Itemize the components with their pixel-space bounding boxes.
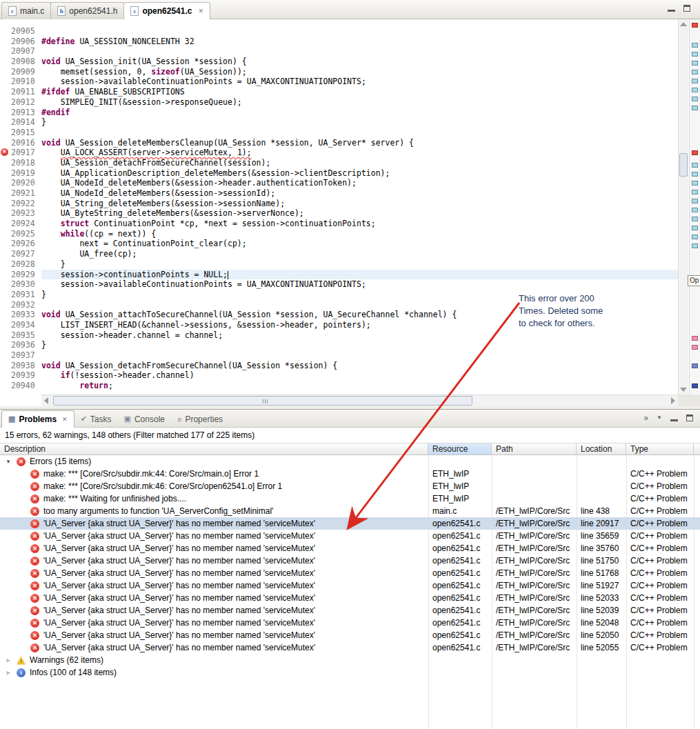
editor-vertical-scrollbar[interactable] — [678, 19, 688, 395]
problem-row[interactable]: ✕'UA_Server {aka struct UA_Server}' has … — [0, 530, 700, 542]
close-icon[interactable]: ✕ — [62, 416, 68, 423]
column-header-description[interactable]: Description — [0, 443, 428, 455]
code-line[interactable]: 20938void UA_Session_detachFromSecureCha… — [0, 361, 678, 371]
overview-ruler[interactable] — [689, 19, 700, 395]
code-line[interactable]: 20930 session->availableContinuationPoin… — [0, 279, 678, 290]
view-menu-icon[interactable]: ▼ — [657, 413, 662, 423]
overview-mark-icon[interactable] — [692, 163, 698, 168]
code-line[interactable]: 20922 UA_String_deleteMembers(&session->… — [0, 199, 678, 209]
code-line[interactable]: 20923 UA_ByteString_deleteMembers(&sessi… — [0, 208, 678, 219]
column-header-type[interactable]: Type — [626, 443, 694, 455]
overview-mark-icon[interactable] — [692, 190, 698, 194]
problems-group-row[interactable]: ▾✕Errors (15 items) — [0, 455, 700, 468]
minimize-icon[interactable] — [668, 5, 675, 12]
code-line[interactable]: 20927 UA_free(cp); — [0, 249, 678, 259]
code-line[interactable]: 20935 session->header.channel = channel; — [0, 330, 678, 341]
vertical-scroll-thumb[interactable] — [679, 153, 688, 177]
twistie-icon[interactable]: ▾ — [4, 458, 12, 465]
overview-mark-icon[interactable] — [692, 217, 698, 221]
code-line[interactable]: 20907 — [0, 46, 678, 57]
overview-mark-icon[interactable] — [692, 199, 698, 203]
minimize-view-icon[interactable] — [670, 415, 678, 421]
code-line[interactable]: 20912 SIMPLEQ_INIT(&session->responseQue… — [0, 97, 678, 108]
overview-mark-icon[interactable] — [692, 23, 698, 28]
code-line[interactable]: 20924 struct ContinuationPoint *cp, *nex… — [0, 219, 678, 229]
view-tab-tasks[interactable]: ✔Tasks — [74, 410, 118, 428]
code-line[interactable]: 20926 next = ContinuationPoint_clear(cp)… — [0, 239, 678, 249]
overview-mark-icon[interactable] — [692, 383, 698, 388]
overview-mark-icon[interactable] — [692, 97, 698, 101]
close-icon[interactable]: ✕ — [198, 8, 203, 14]
problems-group-row[interactable]: ▹iInfos (100 of 148 items) — [0, 666, 700, 679]
problem-row[interactable]: ✕make: *** [Core/Src/subdir.mk:46: Core/… — [0, 480, 700, 492]
maximize-view-icon[interactable] — [686, 415, 693, 421]
maximize-icon[interactable] — [683, 5, 690, 12]
view-tab-console[interactable]: ▣Console — [118, 410, 171, 428]
code-line[interactable]: 20925 while((cp = next)) { — [0, 229, 678, 239]
column-header-location[interactable]: Location — [577, 443, 626, 455]
view-tab-properties[interactable]: ≡Properties — [171, 410, 229, 428]
overview-mark-icon[interactable] — [692, 363, 698, 368]
horizontal-scroll-thumb[interactable] — [53, 396, 472, 406]
code-line[interactable]: 20915 — [0, 128, 678, 138]
overview-mark-icon[interactable] — [692, 70, 698, 74]
problem-row[interactable]: ✕'UA_Server {aka struct UA_Server}' has … — [0, 592, 700, 604]
problem-row[interactable]: ✕'UA_Server {aka struct UA_Server}' has … — [0, 517, 700, 530]
problems-group-row[interactable]: ▹!Warnings (62 items) — [0, 654, 700, 666]
problem-row[interactable]: ✕'UA_Server {aka struct UA_Server}' has … — [0, 604, 700, 617]
problem-row[interactable]: ✕make: *** Waiting for unfinished jobs..… — [0, 492, 700, 505]
code-line[interactable]: 20908void UA_Session_init(UA_Session *se… — [0, 57, 678, 67]
twistie-icon[interactable]: ▹ — [4, 657, 12, 663]
code-line[interactable]: 20936} — [0, 340, 678, 350]
problem-row[interactable]: ✕'UA_Server {aka struct UA_Server}' has … — [0, 567, 700, 579]
problem-row[interactable]: ✕'UA_Server {aka struct UA_Server}' has … — [0, 629, 700, 641]
overview-mark-icon[interactable] — [692, 106, 698, 110]
overview-mark-icon[interactable] — [692, 79, 698, 83]
problem-row[interactable]: ✕'UA_Server {aka struct UA_Server}' has … — [0, 542, 700, 555]
scroll-right-arrow-icon[interactable] — [671, 397, 675, 404]
code-line[interactable]: 20928 } — [0, 259, 678, 270]
problem-row[interactable]: ✕make: *** [Core/Src/subdir.mk:44: Core/… — [0, 468, 700, 480]
overview-mark-icon[interactable] — [692, 181, 698, 186]
code-line[interactable]: 20911#ifdef UA_ENABLE_SUBSCRIPTIONS — [0, 87, 678, 97]
overview-mark-icon[interactable] — [692, 345, 698, 350]
code-line[interactable]: 20937 — [0, 350, 678, 361]
code-line[interactable]: 20909 memset(session, 0, sizeof(UA_Sessi… — [0, 67, 678, 77]
code-line[interactable]: 20929 session->continuationPoints = NULL… — [0, 270, 678, 280]
scroll-left-arrow-icon[interactable] — [44, 397, 48, 404]
code-line[interactable]: 20910 session->availableContinuationPoin… — [0, 77, 678, 87]
code-line[interactable]: 20906#define UA_SESSION_NONCELENTH 32 — [0, 37, 678, 47]
code-line[interactable]: 20913#endif — [0, 108, 678, 118]
overview-mark-icon[interactable] — [692, 172, 698, 177]
code-line[interactable]: 20914} — [0, 117, 678, 128]
double-arrow-icon[interactable]: » — [643, 413, 648, 423]
code-line[interactable]: ✕20917 UA_LOCK_ASSERT(server->serviceMut… — [0, 148, 678, 158]
problem-row[interactable]: ✕too many arguments to function 'UA_Serv… — [0, 505, 700, 517]
editor-tab-open62541-h[interactable]: hopen62541.h — [50, 2, 124, 19]
editor-horizontal-scrollbar[interactable] — [41, 395, 678, 406]
overview-mark-icon[interactable] — [692, 88, 698, 92]
code-editor[interactable]: 2090520906#define UA_SESSION_NONCELENTH … — [0, 19, 678, 395]
code-line[interactable]: 20921 UA_NodeId_deleteMembers(&session->… — [0, 188, 678, 199]
overview-mark-icon[interactable] — [692, 243, 698, 248]
column-header-path[interactable]: Path — [492, 443, 577, 455]
overview-mark-icon[interactable] — [692, 336, 698, 341]
overview-mark-icon[interactable] — [692, 150, 698, 155]
code-line[interactable]: 20919 UA_ApplicationDescription_deleteMe… — [0, 168, 678, 179]
column-header-resource[interactable]: Resource — [428, 443, 492, 455]
problem-row[interactable]: ✕'UA_Server {aka struct UA_Server}' has … — [0, 555, 700, 567]
scroll-up-arrow-icon[interactable] — [680, 22, 687, 26]
overview-mark-icon[interactable] — [692, 226, 698, 230]
overview-mark-icon[interactable] — [692, 61, 698, 66]
problem-row[interactable]: ✕'UA_Server {aka struct UA_Server}' has … — [0, 579, 700, 592]
scroll-down-arrow-icon[interactable] — [680, 388, 687, 392]
editor-tab-open62541-c[interactable]: copen62541.c✕ — [123, 2, 210, 19]
code-line[interactable]: 20920 UA_NodeId_deleteMembers(&session->… — [0, 178, 678, 188]
code-line[interactable]: 20940 return; — [0, 381, 678, 391]
view-tab-problems[interactable]: ▦Problems✕ — [1, 410, 74, 428]
problem-row[interactable]: ✕'UA_Server {aka struct UA_Server}' has … — [0, 641, 700, 654]
code-line[interactable]: 20918 UA_Session_detachFromSecureChannel… — [0, 158, 678, 168]
overview-mark-icon[interactable] — [692, 208, 698, 212]
code-line[interactable]: 20905 — [0, 26, 678, 37]
code-line[interactable]: 20916void UA_Session_deleteMembersCleanu… — [0, 138, 678, 148]
